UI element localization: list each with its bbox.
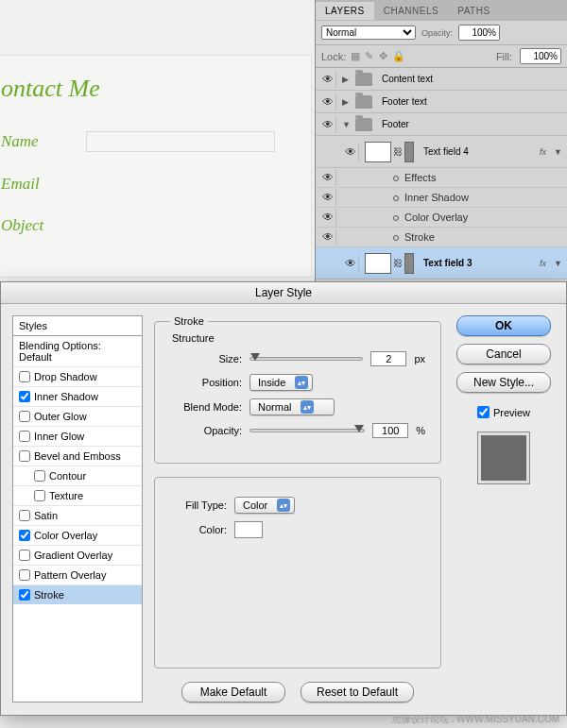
style-checkbox[interactable]: [34, 470, 45, 482]
lock-fill-row: Lock: ▦ ✎ ✥ 🔒 Fill:: [316, 45, 567, 68]
style-row-color-overlay[interactable]: Color Overlay: [13, 525, 142, 545]
expand-icon[interactable]: ▶: [342, 97, 352, 107]
lock-transparent-icon[interactable]: ▦: [350, 51, 360, 61]
layer-group-content-text[interactable]: 👁 ▶ Content text: [316, 68, 567, 91]
style-checkbox[interactable]: [19, 550, 30, 561]
slider-knob-icon[interactable]: [250, 353, 260, 361]
blend-mode-row: Blend Mode: Normal▴▾: [170, 398, 425, 415]
style-row-satin[interactable]: Satin: [13, 505, 142, 525]
expand-icon[interactable]: ▶: [342, 75, 352, 84]
chain-icon: ⛓: [393, 258, 403, 268]
fill-input[interactable]: [520, 48, 561, 64]
fx-expand-icon[interactable]: ▼: [554, 259, 563, 268]
tab-layers[interactable]: LAYERS: [316, 2, 374, 20]
stroke-fieldset: Stroke Structure Size: px Position: Insi…: [154, 315, 441, 464]
style-checkbox[interactable]: [19, 371, 30, 382]
blend-mode-label: Blend Mode:: [170, 401, 242, 413]
layer-group-footer[interactable]: 👁 ▼ Footer: [316, 113, 567, 136]
visibility-icon[interactable]: 👁: [319, 93, 336, 110]
style-label: Gradient Overlay: [34, 550, 112, 561]
layer-text-field-3[interactable]: 👁 ⛓ Text field 3 fx ▼: [316, 247, 567, 279]
tab-paths[interactable]: PATHS: [448, 2, 499, 20]
form-row-email: Email: [1, 175, 292, 194]
fx-expand-icon[interactable]: ▼: [554, 147, 563, 157]
input-name[interactable]: [86, 131, 275, 152]
new-style-button[interactable]: New Style...: [456, 372, 551, 393]
position-label: Position:: [170, 377, 242, 388]
visibility-icon[interactable]: 👁: [319, 116, 336, 133]
lock-move-icon[interactable]: ✥: [378, 51, 388, 61]
preview-checkbox-row[interactable]: Preview: [477, 406, 530, 418]
visibility-icon[interactable]: 👁: [319, 189, 336, 206]
layer-name: Content text: [376, 74, 563, 84]
make-default-button[interactable]: Make Default: [181, 682, 285, 703]
layer-thumb-icon: [365, 253, 391, 274]
size-input[interactable]: [370, 351, 406, 366]
cancel-button[interactable]: Cancel: [456, 344, 551, 364]
blend-value: Normal: [258, 401, 291, 413]
style-checkbox[interactable]: [19, 510, 30, 521]
lock-brush-icon[interactable]: ✎: [364, 51, 374, 61]
collapse-icon[interactable]: ▼: [342, 120, 352, 129]
color-swatch[interactable]: [234, 521, 263, 538]
layer-text-field-4[interactable]: 👁 ⛓ Text field 4 fx ▼: [316, 136, 567, 168]
style-checkbox[interactable]: [19, 411, 30, 422]
style-row-pattern-overlay[interactable]: Pattern Overlay: [13, 565, 142, 584]
folder-icon: [355, 95, 372, 109]
fill-type-select[interactable]: Color▴▾: [234, 497, 295, 514]
visibility-icon[interactable]: 👁: [319, 229, 336, 245]
styles-header[interactable]: Styles: [12, 315, 143, 335]
style-row-bevel-and-emboss[interactable]: Bevel and Emboss: [13, 446, 142, 466]
layer-group-footer-text[interactable]: 👁 ▶ Footer text: [316, 91, 567, 113]
dialog-body: Styles Blending Options: DefaultDrop Sha…: [1, 304, 566, 714]
style-row-drop-shadow[interactable]: Drop Shadow: [13, 366, 142, 386]
style-checkbox[interactable]: [34, 490, 45, 501]
position-select[interactable]: Inside▴▾: [249, 374, 313, 391]
form-row-object: Object: [1, 216, 292, 235]
tab-channels[interactable]: CHANNELS: [374, 2, 448, 20]
fx-indicator[interactable]: fx: [540, 259, 546, 268]
opacity-input[interactable]: [458, 25, 500, 41]
visibility-icon[interactable]: 👁: [342, 255, 359, 272]
bullet-icon: [393, 215, 399, 221]
style-row-outer-glow[interactable]: Outer Glow: [13, 406, 142, 426]
effect-stroke[interactable]: 👁 Stroke: [316, 228, 567, 247]
style-checkbox[interactable]: [19, 569, 30, 581]
layer-blend-mode[interactable]: Normal: [321, 25, 416, 40]
style-checkbox[interactable]: [19, 589, 30, 601]
effect-color-overlay[interactable]: 👁 Color Overlay: [316, 208, 567, 228]
opacity-slider[interactable]: [249, 429, 365, 432]
effect-inner-shadow[interactable]: 👁 Inner Shadow: [316, 188, 567, 208]
size-slider[interactable]: [249, 357, 363, 361]
style-label: Contour: [49, 470, 86, 482]
preview-label: Preview: [493, 407, 530, 418]
ok-button[interactable]: OK: [456, 315, 551, 336]
visibility-icon[interactable]: 👁: [319, 71, 336, 88]
lock-label: Lock:: [321, 51, 346, 62]
style-checkbox[interactable]: [19, 391, 30, 402]
opacity-input[interactable]: [372, 423, 408, 438]
label-name: Name: [1, 132, 86, 151]
style-checkbox[interactable]: [19, 450, 30, 462]
blend-mode-select[interactable]: Normal▴▾: [249, 398, 335, 415]
effect-name: Stroke: [404, 231, 435, 243]
visibility-icon[interactable]: 👁: [319, 209, 336, 226]
style-row-inner-shadow[interactable]: Inner Shadow: [13, 386, 142, 406]
lock-all-icon[interactable]: 🔒: [392, 51, 403, 61]
style-row-inner-glow[interactable]: Inner Glow: [13, 426, 142, 446]
styles-column: Styles Blending Options: DefaultDrop Sha…: [12, 315, 143, 703]
style-row-gradient-overlay[interactable]: Gradient Overlay: [13, 545, 142, 565]
style-row-stroke[interactable]: Stroke: [13, 584, 142, 604]
preview-checkbox[interactable]: [477, 406, 490, 418]
style-row-texture[interactable]: Texture: [13, 485, 142, 505]
label-email: Email: [1, 175, 86, 194]
fx-indicator[interactable]: fx: [540, 147, 546, 157]
visibility-icon[interactable]: 👁: [319, 169, 336, 186]
visibility-icon[interactable]: 👁: [342, 144, 359, 161]
slider-knob-icon[interactable]: [354, 425, 364, 432]
style-checkbox[interactable]: [19, 530, 30, 541]
style-checkbox[interactable]: [19, 431, 30, 442]
style-row-contour[interactable]: Contour: [13, 466, 142, 485]
style-row-blending-options-default[interactable]: Blending Options: Default: [13, 336, 142, 366]
reset-default-button[interactable]: Reset to Default: [301, 682, 414, 703]
